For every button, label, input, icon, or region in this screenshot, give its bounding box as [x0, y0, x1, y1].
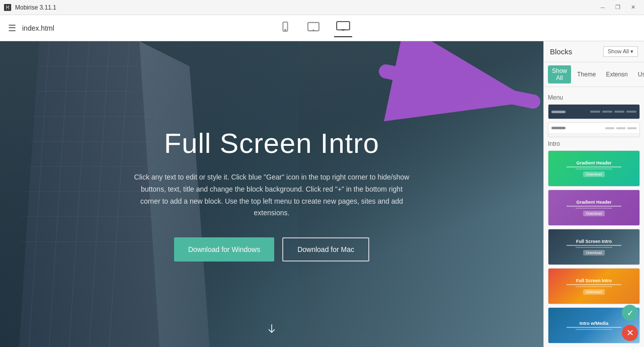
device-switcher: [278, 19, 352, 37]
tab-extensn[interactable]: Extensn: [602, 65, 631, 83]
canvas-area: Full Screen Intro Click any text to edit…: [0, 41, 543, 347]
main-layout: Full Screen Intro Click any text to edit…: [0, 41, 644, 347]
hero-buttons: Download for Windows Download for Mac: [131, 237, 413, 262]
panel-tabs: Show All Theme Extensn User: [544, 62, 644, 87]
hero-title: Full Screen Intro: [131, 127, 413, 159]
app-title: Mobirise 3.11.1: [15, 4, 56, 11]
menu-block-1[interactable]: [548, 104, 640, 119]
intro-section-title: Intro: [548, 140, 640, 147]
window-controls: ─ ❐ ✕: [596, 3, 640, 13]
scroll-down-arrow[interactable]: [266, 322, 278, 337]
intro-block-gradient-green[interactable]: Gradient Header Download: [548, 150, 640, 187]
title-bar-left: 🅼 Mobirise 3.11.1: [4, 4, 56, 12]
menu-block-2[interactable]: [548, 122, 640, 137]
tab-theme[interactable]: Theme: [573, 65, 600, 83]
toolbar: ☰ index.html: [0, 15, 644, 41]
desktop-view-icon[interactable]: [334, 19, 352, 37]
download-windows-button[interactable]: Download for Windows: [174, 237, 274, 262]
panel-close-button[interactable]: ✕: [622, 325, 638, 341]
svg-rect-4: [337, 22, 350, 30]
toolbar-left: ☰ index.html: [8, 23, 54, 34]
minimize-button[interactable]: ─: [596, 3, 610, 13]
hero-content: Full Screen Intro Click any text to edit…: [121, 127, 423, 262]
intro-block-gradient-purple[interactable]: Gradient Header Download: [548, 190, 640, 226]
svg-point-1: [285, 30, 286, 31]
menu-section-title: Menu: [548, 94, 640, 101]
close-button[interactable]: ✕: [626, 3, 640, 13]
intro-block-fullscreen-dark[interactable]: Full Screen Intro Download: [548, 229, 640, 265]
file-name: index.html: [22, 24, 54, 32]
app-icon: 🅼: [4, 4, 11, 12]
panel-title: Blocks: [550, 47, 572, 56]
svg-point-3: [313, 30, 314, 31]
tab-show-all[interactable]: Show All: [548, 65, 571, 83]
blocks-panel: Blocks Show All ▾ Show All Theme Extensn…: [543, 41, 644, 347]
show-all-dropdown-button[interactable]: Show All ▾: [603, 46, 638, 57]
tab-user[interactable]: User: [634, 65, 644, 83]
panel-header: Blocks Show All ▾: [544, 41, 644, 62]
hero-background: Full Screen Intro Click any text to edit…: [0, 41, 543, 347]
hamburger-menu-icon[interactable]: ☰: [8, 23, 16, 34]
download-mac-button[interactable]: Download for Mac: [282, 237, 369, 262]
tablet-view-icon[interactable]: [305, 19, 322, 37]
title-bar: 🅼 Mobirise 3.11.1 ─ ❐ ✕: [0, 0, 644, 15]
intro-block-fullscreen-sunset[interactable]: Full Screen Intro Download: [548, 268, 640, 304]
confirm-button[interactable]: ✓: [622, 305, 638, 321]
mobile-view-icon[interactable]: [278, 19, 293, 37]
hero-description: Click any text to edit or style it. Clic…: [131, 171, 413, 219]
maximize-button[interactable]: ❐: [611, 3, 625, 13]
